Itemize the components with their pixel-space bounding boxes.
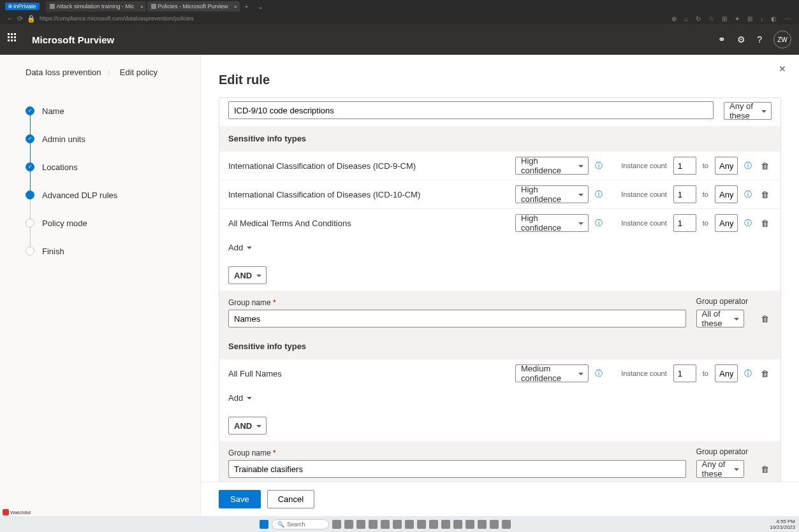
taskbar-app-icon[interactable] xyxy=(429,520,438,529)
extensions-icon[interactable]: ✦ xyxy=(733,15,742,22)
confidence-select[interactable]: Medium confidence xyxy=(515,364,589,382)
taskbar-app-icon[interactable] xyxy=(490,520,499,529)
connector-icon[interactable]: ⚭ xyxy=(718,34,726,45)
taskbar-search[interactable]: 🔍 Search xyxy=(272,519,329,529)
instance-count-label: Instance count xyxy=(621,191,667,198)
taskbar-app-icon[interactable] xyxy=(381,520,390,529)
collections-icon[interactable]: ⊞ xyxy=(720,15,729,22)
taskbar-app-icon[interactable] xyxy=(344,520,353,529)
group-name-input[interactable] xyxy=(228,310,686,327)
info-icon[interactable]: ⓘ xyxy=(595,161,603,171)
info-icon[interactable]: ⓘ xyxy=(595,218,603,229)
start-icon[interactable] xyxy=(260,520,268,529)
tab-strip: InPrivate Attack simulation training - M… xyxy=(0,0,799,13)
back-button[interactable]: ← xyxy=(6,15,13,22)
sit-row-full-names: All Full Names Medium confidence ⓘ Insta… xyxy=(219,359,781,387)
instance-max-input[interactable] xyxy=(715,157,738,175)
logic-operator-select[interactable]: AND xyxy=(228,417,267,435)
group-operator-select[interactable]: Any of these xyxy=(696,460,744,478)
gear-icon[interactable]: ⚙ xyxy=(737,34,745,45)
instance-max-input[interactable] xyxy=(715,364,738,382)
instance-min-input[interactable] xyxy=(673,185,696,203)
instance-max-input[interactable] xyxy=(715,214,738,232)
url-text[interactable]: https://compliance.microsoft.com/datalos… xyxy=(40,15,666,22)
delete-group-icon[interactable]: 🗑 xyxy=(758,464,772,474)
wizard-step-finish[interactable]: Finish xyxy=(26,237,200,265)
to-label: to xyxy=(703,191,708,198)
delete-icon[interactable]: 🗑 xyxy=(758,161,772,171)
instance-min-input[interactable] xyxy=(673,214,696,232)
wizard-step-name[interactable]: Name xyxy=(26,97,200,125)
watchlist-widget[interactable]: Watchlist xyxy=(3,509,31,515)
confidence-select[interactable]: High confidence xyxy=(515,157,589,175)
group-name-input[interactable] xyxy=(228,101,714,119)
taskbar-app-icon[interactable] xyxy=(405,520,414,529)
shield-icon xyxy=(50,4,55,9)
wizard-step-policy-mode[interactable]: Policy mode xyxy=(26,209,200,237)
logic-operator-select[interactable]: AND xyxy=(228,266,267,284)
tab-title: Policies - Microsoft Purview xyxy=(158,3,228,10)
taskbar-app-icon[interactable] xyxy=(453,520,462,529)
group-name-input[interactable] xyxy=(228,460,686,478)
tab-menu-button[interactable]: ⌄ xyxy=(254,3,267,11)
delete-group-icon[interactable]: 🗑 xyxy=(758,314,772,324)
browser-tab-1[interactable]: Policies - Microsoft Purview× xyxy=(147,1,240,11)
delete-icon[interactable]: 🗑 xyxy=(758,219,772,228)
instance-min-input[interactable] xyxy=(673,364,696,382)
add-sit-button[interactable]: Add xyxy=(228,393,252,403)
sync-icon[interactable]: ↻ xyxy=(694,15,703,22)
taskbar-app-icon[interactable] xyxy=(502,520,511,529)
save-button[interactable]: Save xyxy=(219,490,261,508)
taskbar-app-icon[interactable] xyxy=(356,520,365,529)
wizard-step-admin-units[interactable]: Admin units xyxy=(26,125,200,153)
favorite-icon[interactable]: ☆ xyxy=(707,15,716,22)
group-operator-select[interactable]: Any of these xyxy=(724,102,772,120)
menu-icon[interactable]: ⋯ xyxy=(782,15,793,22)
chevron-down-icon xyxy=(247,247,252,252)
chevron-down-icon xyxy=(247,397,252,402)
taskbar-app-icon[interactable] xyxy=(441,520,450,529)
help-icon[interactable]: ? xyxy=(757,34,762,45)
instance-max-input[interactable] xyxy=(715,185,738,203)
add-sit-button[interactable]: Add xyxy=(228,243,252,252)
group-operator-select[interactable]: All of these xyxy=(696,310,744,327)
info-icon[interactable]: ⓘ xyxy=(744,218,752,229)
zoom-icon[interactable]: ⊕ xyxy=(670,15,678,22)
delete-icon[interactable]: 🗑 xyxy=(758,190,772,199)
downloads-icon[interactable]: ↓ xyxy=(758,15,765,22)
taskbar-app-icon[interactable] xyxy=(332,520,341,529)
home-icon[interactable]: ⌂ xyxy=(682,15,690,22)
taskbar-app-icon[interactable] xyxy=(369,520,378,529)
sit-row-icd10: International Classification of Diseases… xyxy=(219,180,781,208)
taskbar-app-icon[interactable] xyxy=(393,520,402,529)
breadcrumb-parent[interactable]: Data loss prevention xyxy=(26,68,101,77)
wizard-step-advanced-dlp[interactable]: Advanced DLP rules xyxy=(26,181,200,209)
wizard-step-locations[interactable]: Locations xyxy=(26,153,200,181)
taskbar-clock[interactable]: 4:55 PM10/23/2023 xyxy=(770,519,795,530)
cancel-button[interactable]: Cancel xyxy=(267,490,314,508)
profile-icon[interactable]: ◐ xyxy=(769,15,779,22)
instance-min-input[interactable] xyxy=(673,157,696,175)
taskbar-app-icon[interactable] xyxy=(417,520,426,529)
taskbar-app-icon[interactable] xyxy=(465,520,474,529)
rule-scroll-area[interactable]: Any of these Sensitive info types Intern… xyxy=(201,97,799,482)
avatar[interactable]: ZW xyxy=(773,31,791,48)
info-icon[interactable]: ⓘ xyxy=(744,189,752,200)
taskbar-app-icon[interactable] xyxy=(478,520,487,529)
close-icon[interactable]: ✕ xyxy=(779,64,786,74)
new-tab-button[interactable]: + xyxy=(241,3,253,10)
info-icon[interactable]: ⓘ xyxy=(595,189,603,200)
info-icon[interactable]: ⓘ xyxy=(744,368,752,379)
info-icon[interactable]: ⓘ xyxy=(744,161,752,171)
delete-icon[interactable]: 🗑 xyxy=(758,369,772,378)
close-icon[interactable]: × xyxy=(234,4,237,10)
extensions-icon-2[interactable]: ⊞ xyxy=(745,15,754,22)
browser-tab-0[interactable]: Attack simulation training - Mic× xyxy=(46,1,146,11)
app-launcher-icon[interactable] xyxy=(8,33,20,46)
main-layout: Data loss prevention 〉 Edit policy Name … xyxy=(0,55,799,516)
confidence-select[interactable]: High confidence xyxy=(515,214,589,232)
info-icon[interactable]: ⓘ xyxy=(595,368,603,379)
close-icon[interactable]: × xyxy=(140,4,143,10)
confidence-select[interactable]: High confidence xyxy=(515,185,589,203)
refresh-button[interactable]: ⟳ xyxy=(17,15,23,23)
